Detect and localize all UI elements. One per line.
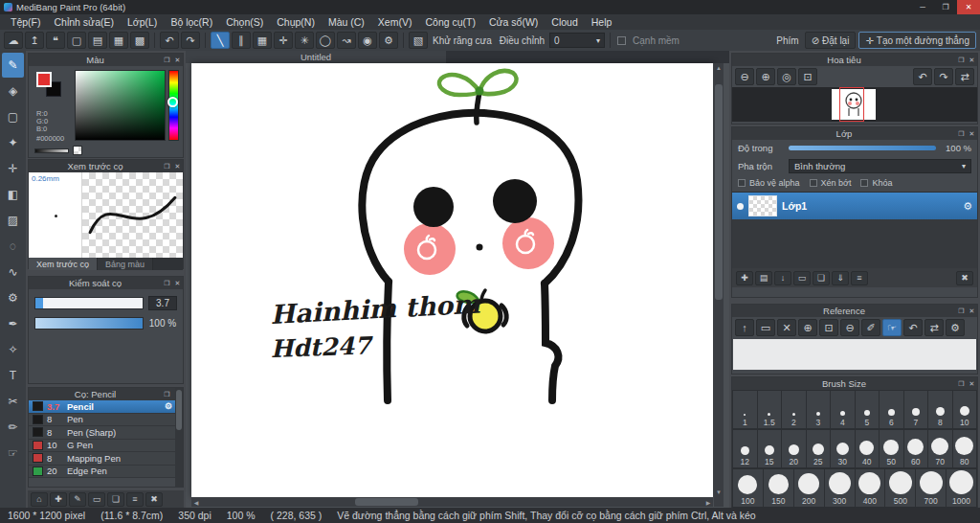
ellipse-select-tool[interactable]: ◌ xyxy=(2,234,24,259)
pixel-grid-icon[interactable]: ▩ xyxy=(130,32,149,49)
pen-tool[interactable]: ✒ xyxy=(2,311,24,336)
scroll-down-icon[interactable]: ▼ xyxy=(714,488,724,497)
layer-icon[interactable]: ▤ xyxy=(755,271,772,285)
ref-hand-icon[interactable]: ☞ xyxy=(882,319,902,336)
cloud-icon[interactable]: ☁ xyxy=(4,32,23,49)
clipping-checkbox[interactable] xyxy=(810,179,817,187)
brush-size-option[interactable]: 50 xyxy=(880,430,903,467)
pencil-tool[interactable]: ✏ xyxy=(2,415,24,440)
ref-settings-icon[interactable]: ⚙ xyxy=(946,319,965,336)
horizontal-scroll-thumb[interactable] xyxy=(355,498,418,506)
brush-size-option[interactable]: 7 xyxy=(904,391,928,428)
delete-brush-icon[interactable]: ✖ xyxy=(145,492,163,507)
brush-size-option[interactable]: 1.5 xyxy=(758,391,782,428)
close-icon[interactable]: ✕ xyxy=(967,128,977,139)
ref-flip-icon[interactable]: ⇄ xyxy=(924,319,944,336)
brush-size-option[interactable]: 20 xyxy=(782,430,806,467)
menu-cloud[interactable]: Cloud xyxy=(545,14,584,30)
layer-menu-icon[interactable]: ≡ xyxy=(851,271,868,285)
layer-folder-icon[interactable]: ▭ xyxy=(793,271,811,285)
new-doc-icon[interactable]: ▢ xyxy=(67,32,86,49)
fill-tool[interactable]: ◧ xyxy=(2,182,24,207)
open-doc-icon[interactable]: ▤ xyxy=(88,32,107,49)
close-icon[interactable]: ✕ xyxy=(967,378,977,389)
ref-folder-icon[interactable]: ▭ xyxy=(756,319,775,336)
brush-size-option[interactable]: 6 xyxy=(880,391,903,428)
menu-lop[interactable]: Lớp(L) xyxy=(121,14,164,30)
document-tab[interactable]: Untitled xyxy=(186,51,446,63)
delete-layer-icon[interactable]: ✖ xyxy=(956,271,973,285)
minimize-button[interactable]: ─ xyxy=(911,0,934,14)
ref-zoom-out-icon[interactable]: ⊖ xyxy=(840,319,859,336)
popout-icon[interactable]: ❐ xyxy=(162,161,172,171)
brush-size-option[interactable]: 1 xyxy=(733,391,757,428)
gradient-tool[interactable]: ▨ xyxy=(2,208,24,233)
brush-folder-icon[interactable]: ▭ xyxy=(88,492,105,507)
value-mini-slider[interactable] xyxy=(34,148,69,153)
maximize-button[interactable]: ❐ xyxy=(934,0,957,14)
select-tool[interactable]: ▢ xyxy=(2,104,24,129)
blend-mode-select[interactable]: Bình thường ▾ xyxy=(789,159,971,173)
close-icon[interactable]: ✕ xyxy=(172,55,183,65)
close-icon[interactable]: ✕ xyxy=(172,278,183,288)
popout-icon[interactable]: ❐ xyxy=(162,389,172,399)
reference-canvas[interactable] xyxy=(733,339,976,370)
brush-size-option[interactable]: 40 xyxy=(856,430,880,467)
protect-alpha-checkbox[interactable] xyxy=(738,179,746,187)
lock-checkbox[interactable] xyxy=(860,179,868,187)
merge-layer-icon[interactable]: ⇓ xyxy=(832,271,849,285)
ref-up-icon[interactable]: ↑ xyxy=(735,319,754,336)
brush-row[interactable]: 3.7 Pencil ⚙ xyxy=(29,400,175,414)
brush-row[interactable]: 20 Edge Pen xyxy=(29,466,175,479)
ref-fit-icon[interactable]: ⊡ xyxy=(819,319,838,336)
transparency-icon[interactable] xyxy=(73,146,82,155)
brush-size-option[interactable]: 8 xyxy=(928,391,952,428)
snap-settings-icon[interactable]: ⚙ xyxy=(379,32,398,49)
snap-radial-icon[interactable]: ✳ xyxy=(295,32,314,49)
brush-size-option[interactable]: 2 xyxy=(782,391,806,428)
brush-size-option[interactable]: 15 xyxy=(758,430,782,467)
publish-icon[interactable]: ↥ xyxy=(25,32,44,49)
edit-brush-icon[interactable]: ✎ xyxy=(69,492,86,507)
snap-ellipse-icon[interactable]: ◯ xyxy=(316,32,335,49)
duplicate-brush-icon[interactable]: ❏ xyxy=(107,492,124,507)
rotate-left-icon[interactable]: ↶ xyxy=(913,68,932,85)
brush-size-option[interactable]: 400 xyxy=(856,469,885,507)
menu-mau[interactable]: Màu (C) xyxy=(322,14,371,30)
comment-icon[interactable]: ❝ xyxy=(46,32,65,49)
fit-screen-icon[interactable]: ⊡ xyxy=(798,68,817,85)
menu-chup[interactable]: Chụp(N) xyxy=(270,14,322,30)
operation-tool[interactable]: ⚙ xyxy=(2,285,24,310)
gear-icon[interactable]: ⚙ xyxy=(963,200,972,213)
menu-chinh-sua[interactable]: Chỉnh sửa(E) xyxy=(48,14,121,30)
undo-button[interactable]: ↶ xyxy=(160,32,179,49)
gear-icon[interactable]: ⚙ xyxy=(165,401,172,411)
brush-size-option[interactable]: 4 xyxy=(831,391,855,428)
hue-slider[interactable] xyxy=(168,70,179,141)
brush-size-option[interactable]: 60 xyxy=(904,430,928,467)
foreground-color-swatch[interactable] xyxy=(36,72,52,87)
layer-row[interactable]: Lớp1 ⚙ xyxy=(732,193,977,219)
brush-menu-icon[interactable]: ≡ xyxy=(126,492,144,507)
close-icon[interactable]: ✕ xyxy=(172,161,183,171)
layer-opacity-slider[interactable] xyxy=(789,146,936,150)
popout-icon[interactable]: ❐ xyxy=(162,55,172,65)
close-icon[interactable]: ✕ xyxy=(967,55,977,65)
brush-opacity-slider[interactable] xyxy=(34,317,144,330)
create-line-button[interactable]: ✛ Tạo một đường thẳng xyxy=(858,32,976,49)
ref-close-icon[interactable]: ✕ xyxy=(777,319,796,336)
brush-size-option[interactable]: 80 xyxy=(953,430,977,467)
dock-icon[interactable]: ⌂ xyxy=(31,492,48,507)
ref-rotate-icon[interactable]: ↶ xyxy=(903,319,923,336)
text-tool[interactable]: T xyxy=(2,363,24,388)
menu-cua-so[interactable]: Cửa sổ(W) xyxy=(482,14,545,30)
soft-edge-checkbox[interactable] xyxy=(617,36,626,45)
canvas-vertical-scrollbar[interactable]: ▲ ▼ xyxy=(714,63,724,497)
navigator-viewport-rect[interactable] xyxy=(839,87,864,122)
brush-size-option[interactable]: 150 xyxy=(764,469,793,507)
popout-icon[interactable]: ❐ xyxy=(956,128,967,139)
lasso-tool[interactable]: ∿ xyxy=(2,260,24,284)
brush-size-option[interactable]: 30 xyxy=(831,430,855,467)
close-button[interactable]: ✕ xyxy=(957,0,980,14)
eraser-tool[interactable]: ◈ xyxy=(2,79,24,103)
